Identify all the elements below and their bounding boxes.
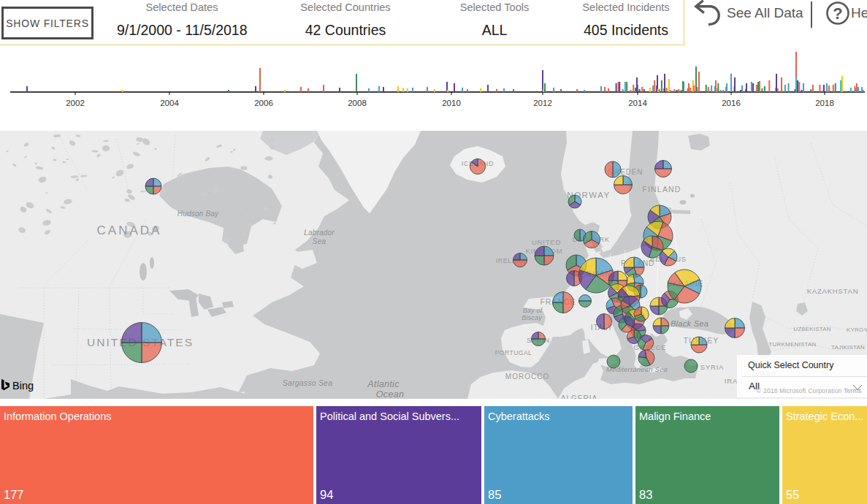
svg-text:2004: 2004 — [160, 99, 179, 107]
svg-text:TURKMENISTAN: TURKMENISTAN — [769, 341, 817, 348]
svg-text:2010: 2010 — [442, 99, 461, 107]
svg-text:2006: 2006 — [254, 99, 273, 107]
svg-text:KYRGYZ: KYRGYZ — [847, 327, 867, 333]
svg-text:Bay of: Bay of — [523, 307, 543, 314]
svg-text:?: ? — [833, 4, 842, 23]
svg-text:UNITED: UNITED — [532, 238, 561, 246]
svg-text:Biscay: Biscay — [522, 314, 542, 321]
svg-text:Hudson Bay: Hudson Bay — [177, 210, 219, 218]
svg-text:UZBEKISTAN: UZBEKISTAN — [793, 326, 831, 332]
svg-text:CANADA: CANADA — [97, 224, 162, 237]
svg-text:2012: 2012 — [533, 99, 552, 107]
svg-text:2008: 2008 — [348, 99, 367, 107]
svg-text:Atlantic: Atlantic — [367, 379, 400, 389]
svg-text:Sargasso Sea: Sargasso Sea — [283, 378, 332, 387]
svg-text:SYRIA: SYRIA — [700, 363, 725, 371]
svg-text:Sea: Sea — [313, 237, 326, 245]
svg-text:2018: 2018 — [815, 99, 834, 107]
svg-text:2016: 2016 — [722, 99, 741, 107]
svg-text:FINLAND: FINLAND — [642, 185, 681, 194]
svg-text:Ocean: Ocean — [376, 389, 404, 399]
svg-text:2014: 2014 — [628, 99, 647, 107]
svg-text:TAJIKISTAN: TAJIKISTAN — [831, 344, 865, 351]
svg-text:Labrador: Labrador — [304, 229, 335, 237]
svg-text:ALGERIA: ALGERIA — [561, 394, 597, 399]
svg-text:MOROCCO: MOROCCO — [505, 373, 549, 381]
svg-text:KAZAKHSTAN: KAZAKHSTAN — [807, 287, 859, 295]
svg-text:2002: 2002 — [66, 99, 85, 107]
svg-text:Black Sea: Black Sea — [671, 319, 709, 328]
svg-text:PORTUGAL: PORTUGAL — [495, 349, 532, 356]
